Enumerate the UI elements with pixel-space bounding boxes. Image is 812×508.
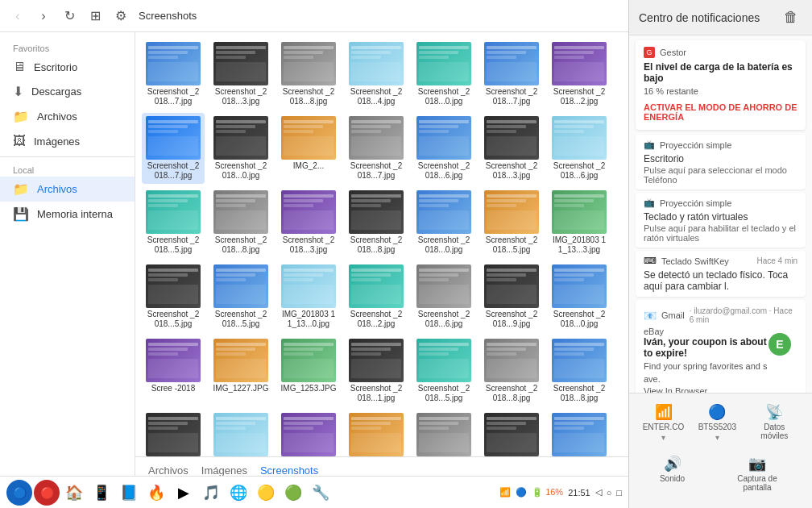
file-item[interactable]: Screenshot _2018...6.jpg bbox=[412, 261, 475, 332]
projection-notification-1[interactable]: 📺 Proyección simple Escritorio Pulse aqu… bbox=[636, 135, 806, 189]
back-button[interactable]: ‹ bbox=[6, 5, 29, 27]
file-item[interactable]: Screenshot _2018...8.jpg bbox=[480, 335, 543, 406]
file-item[interactable]: Screenshot _2018...0.jpg bbox=[412, 187, 475, 258]
file-item[interactable]: Screenshot _2018...4.jpg bbox=[142, 410, 205, 456]
file-item[interactable]: IMG_201803 11_13...3.jpg bbox=[548, 187, 611, 258]
file-manager: ‹ › ↻ ⊞ ⚙ Screenshots Favoritos 🖥 Escrit… bbox=[0, 0, 628, 508]
file-item[interactable]: Screenshot _2018...2.jpg bbox=[209, 410, 272, 456]
file-item[interactable]: IMG_2... bbox=[277, 113, 340, 184]
wifi-expand[interactable]: ▾ bbox=[661, 433, 665, 442]
bluetooth-expand[interactable]: ▾ bbox=[715, 433, 719, 442]
taskbar-app-green[interactable]: 🟢 bbox=[280, 480, 306, 506]
file-item[interactable]: Screenshot _2018...5.jpg bbox=[142, 187, 205, 258]
sidebar-label-memoria: Memoria interna bbox=[37, 208, 113, 220]
capture-label: Captura de pantalla bbox=[733, 474, 781, 492]
file-item[interactable]: Screenshot _2018...7.jpg bbox=[142, 39, 205, 110]
taskbar-app-yellow[interactable]: 🟡 bbox=[253, 480, 279, 506]
file-item[interactable]: IMG_1227.JPG bbox=[209, 335, 272, 406]
taskbar-app-2[interactable]: 🔴 bbox=[34, 480, 60, 506]
file-item[interactable]: Screenshot _2018...2.jpg bbox=[548, 39, 611, 110]
battery-action-button[interactable]: ACTIVAR EL MODO DE AHORRO DE ENERGÍA bbox=[644, 101, 798, 123]
file-item[interactable]: Screenshot _2018...4.jpg bbox=[345, 410, 408, 456]
file-item[interactable]: Scree -2018 bbox=[142, 335, 205, 406]
file-item[interactable]: Screenshot _2018...0.jpg bbox=[548, 261, 611, 332]
file-item[interactable]: Screenshot _2018...8.jpg bbox=[345, 187, 408, 258]
sidebar-item-archivos-local[interactable]: 📁 Archivos bbox=[0, 177, 135, 202]
sound-quick-item[interactable]: 🔊 Sonido bbox=[655, 452, 690, 495]
file-name: Screenshot _2018...0.jpg bbox=[213, 161, 269, 181]
file-item[interactable]: Screenshot _2018...0.jpg bbox=[548, 410, 611, 456]
taskbar-app-settings[interactable]: 🔧 bbox=[308, 480, 334, 506]
capture-quick-item[interactable]: 📷 Captura de pantalla bbox=[728, 452, 786, 495]
file-item[interactable]: Screenshot _2018...7.jpg bbox=[480, 39, 543, 110]
gmail-ebay-header: 📧 Gmail · iluzardo@gmail.com · Hace 6 mi… bbox=[644, 306, 798, 324]
taskbar-app-music[interactable]: 🎵 bbox=[198, 480, 224, 506]
file-item[interactable]: Screenshot _2018...8.jpg bbox=[209, 187, 272, 258]
favorites-section: Favoritos bbox=[0, 39, 135, 55]
file-item[interactable]: Screenshot _2018...4.jpg bbox=[277, 410, 340, 456]
file-item[interactable]: Screenshot _2018...3.jpg bbox=[480, 113, 543, 184]
file-item[interactable]: IMG_1253.JPG bbox=[277, 335, 340, 406]
file-name: Screenshot _2018...7.jpg bbox=[145, 87, 201, 106]
taskbar-app-phone[interactable]: 📱 bbox=[89, 480, 114, 506]
file-item[interactable]: Screenshot _2018...2.jpg bbox=[480, 410, 543, 456]
battery-title: El nivel de carga de la batería es bajo bbox=[644, 61, 798, 84]
taskbar-app-play[interactable]: ▶ bbox=[171, 480, 197, 506]
file-name: IMG_201803 11_13...3.jpg bbox=[551, 235, 607, 255]
sidebar-item-archivos[interactable]: 📁 Archivos bbox=[0, 104, 135, 129]
file-item[interactable]: IMG_201803 11_13...0.jpg bbox=[277, 261, 340, 332]
file-item[interactable]: Screenshot _2018...7.jpg bbox=[345, 113, 408, 184]
taskbar-app-fire[interactable]: 🔥 bbox=[143, 480, 169, 506]
projection-notification-2[interactable]: 📺 Proyección simple Teclado y ratón virt… bbox=[636, 193, 806, 248]
taskbar-app-home[interactable]: 🏠 bbox=[61, 480, 87, 506]
ebay-avatar: E bbox=[768, 333, 791, 356]
taskbar-app-facebook[interactable]: 📘 bbox=[116, 480, 142, 506]
clear-notifications-button[interactable]: 🗑 bbox=[780, 6, 802, 29]
file-item[interactable]: Screenshot _2018...8.jpg bbox=[548, 335, 611, 406]
gmail-app-name-1: Gmail bbox=[661, 310, 685, 320]
battery-notification[interactable]: G Gestor El nivel de carga de la batería… bbox=[636, 40, 806, 130]
grid-view-button[interactable]: ⊞ bbox=[84, 5, 106, 27]
file-item[interactable]: Screenshot _2018...8.jpg bbox=[277, 39, 340, 110]
file-item[interactable]: Screenshot _2018...9.jpg bbox=[412, 410, 475, 456]
file-item[interactable]: Screenshot _2018...5.jpg bbox=[142, 261, 205, 332]
file-item[interactable]: Screenshot _2018...0.jpg bbox=[209, 113, 272, 184]
settings-button[interactable]: ⚙ bbox=[110, 5, 132, 27]
file-item[interactable]: Screenshot _2018...4.jpg bbox=[345, 39, 408, 110]
file-item[interactable]: Screenshot _2018...5.jpg bbox=[412, 335, 475, 406]
file-item[interactable]: Screenshot _2018...3.jpg bbox=[277, 187, 340, 258]
image-icon: 🖼 bbox=[13, 134, 26, 148]
nav-circle[interactable]: ○ bbox=[607, 488, 612, 498]
wifi-quick-item[interactable]: 📶 ENTER.CO ▾ bbox=[638, 400, 690, 445]
file-item[interactable]: Screenshot _2018...5.jpg bbox=[209, 261, 272, 332]
file-item[interactable]: Screenshot _2018...1.jpg bbox=[345, 335, 408, 406]
file-name: Screenshot _2018...5.jpg bbox=[483, 235, 540, 255]
file-item[interactable]: Screenshot _2018...6.jpg bbox=[548, 113, 611, 184]
sidebar-item-descargas[interactable]: ⬇ Descargas bbox=[0, 79, 135, 104]
bluetooth-quick-item[interactable]: 🔵 BT5S5203 ▾ bbox=[694, 400, 741, 445]
file-item[interactable]: Screenshot _2018...5.jpg bbox=[480, 187, 543, 258]
sidebar-item-escritorio[interactable]: 🖥 Escritorio bbox=[0, 55, 135, 79]
file-item[interactable]: Screenshot _2018...3.jpg bbox=[209, 39, 272, 110]
nav-square[interactable]: □ bbox=[616, 488, 622, 498]
folder-icon-2: 📁 bbox=[13, 181, 29, 197]
taskbar-app-browser[interactable]: 🌐 bbox=[226, 480, 251, 506]
file-item[interactable]: Screenshot _2018...7.jpg bbox=[142, 113, 205, 184]
taskbar-app-1[interactable]: 🔵 bbox=[6, 480, 32, 506]
forward-button[interactable]: › bbox=[32, 5, 55, 27]
file-item[interactable]: Screenshot _2018...6.jpg bbox=[412, 113, 475, 184]
keyboard-app-row: ⌨ Teclado SwiftKey Hace 4 min bbox=[644, 256, 798, 266]
refresh-button[interactable]: ↻ bbox=[58, 5, 81, 27]
data-quick-item[interactable]: 📡 Datos móviles bbox=[745, 400, 803, 445]
keyboard-time: Hace 4 min bbox=[756, 256, 798, 265]
nav-back[interactable]: ◁ bbox=[595, 487, 602, 498]
file-name: Screenshot _2018...0.jpg bbox=[416, 235, 472, 255]
keyboard-notification[interactable]: ⌨ Teclado SwiftKey Hace 4 min Se detectó… bbox=[636, 251, 806, 297]
file-item[interactable]: Screenshot _2018...9.jpg bbox=[480, 261, 543, 332]
file-item[interactable]: Screenshot _2018...0.jpg bbox=[412, 39, 475, 110]
sidebar-item-memoria[interactable]: 💾 Memoria interna bbox=[0, 202, 135, 227]
file-item[interactable]: Screenshot _2018...2.jpg bbox=[345, 261, 408, 332]
gmail-ebay-notification[interactable]: 📧 Gmail · iluzardo@gmail.com · Hace 6 mi… bbox=[636, 300, 806, 393]
sidebar-label-descargas: Descargas bbox=[31, 85, 81, 98]
sidebar-item-imagenes[interactable]: 🖼 Imágenes bbox=[0, 129, 135, 153]
